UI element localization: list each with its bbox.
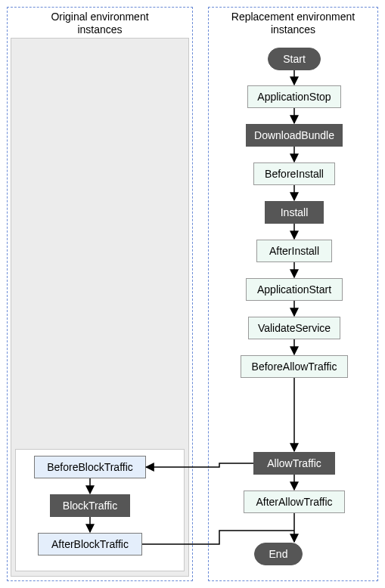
allow-traffic: AllowTraffic — [253, 452, 335, 475]
replacement-panel-title: Replacement environment instances — [209, 8, 377, 36]
application-start: ApplicationStart — [246, 278, 343, 301]
application-stop: ApplicationStop — [247, 85, 341, 108]
before-allow-traffic: BeforeAllowTraffic — [241, 355, 348, 378]
before-block-traffic: BeforeBlockTraffic — [34, 456, 146, 478]
download-bundle: DownloadBundle — [246, 124, 343, 147]
install: Install — [265, 201, 324, 224]
after-allow-traffic: AfterAllowTraffic — [244, 491, 345, 513]
original-panel-title: Original environment instances — [8, 8, 192, 36]
start-node: Start — [268, 48, 321, 70]
end-node: End — [254, 543, 303, 565]
after-block-traffic: AfterBlockTraffic — [38, 533, 142, 556]
block-traffic: BlockTraffic — [50, 494, 130, 517]
validate-service: ValidateService — [248, 317, 340, 339]
diagram-root: Original environment instances Replaceme… — [0, 0, 385, 588]
after-install: AfterInstall — [256, 240, 332, 262]
before-install: BeforeInstall — [253, 162, 335, 185]
